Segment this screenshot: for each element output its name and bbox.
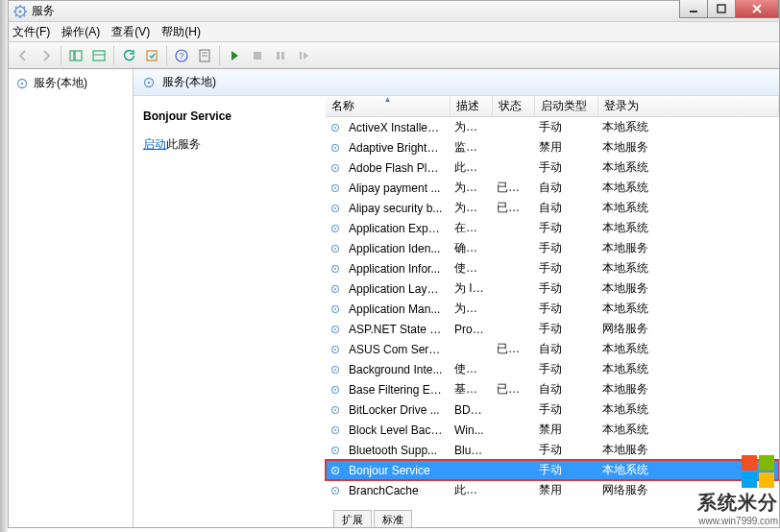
- toolbar-sep: [113, 46, 114, 65]
- main-header: 服务(本地): [134, 69, 779, 96]
- service-row[interactable]: Base Filtering En...基本...已启动自动本地服务: [326, 379, 779, 399]
- cell-name: Adaptive Brightn...: [343, 141, 449, 155]
- cell-logon: 本地服务: [597, 139, 779, 156]
- selected-service-name: Bonjour Service: [143, 109, 316, 123]
- view-tabs: 扩展 标准: [333, 510, 412, 527]
- cell-startup: 手动: [533, 119, 597, 135]
- titlebar[interactable]: 服务: [8, 0, 780, 21]
- start-service-button[interactable]: [224, 45, 245, 66]
- menu-help[interactable]: 帮助(H): [161, 24, 201, 40]
- gear-icon: [329, 203, 343, 214]
- service-row[interactable]: Background Inte...使用...手动本地系统: [326, 359, 779, 379]
- cell-startup: 手动: [533, 361, 597, 377]
- gear-icon: [329, 142, 343, 154]
- cell-desc: BDE...: [449, 403, 491, 417]
- svg-point-1: [19, 10, 22, 12]
- svg-point-29: [334, 186, 336, 188]
- col-logon[interactable]: 登录为: [598, 96, 779, 116]
- gear-icon: [141, 75, 157, 90]
- cell-logon: 本地系统: [597, 361, 779, 377]
- services-window: 服务 文件(F) 操作(A) 查看(V) 帮助(H) ?: [8, 0, 780, 528]
- cell-name: Adobe Flash Pla...: [343, 161, 449, 175]
- svg-point-19: [21, 82, 24, 85]
- cell-startup: 手动: [533, 462, 597, 478]
- service-row[interactable]: Application Iden...确定...手动本地服务: [326, 238, 779, 258]
- nav-item-services-local[interactable]: 服务(本地): [12, 73, 129, 93]
- refresh-button[interactable]: [118, 45, 139, 66]
- cell-startup: 手动: [533, 301, 597, 317]
- col-status[interactable]: 状态: [493, 96, 535, 116]
- close-button[interactable]: [735, 0, 779, 18]
- cell-logon: 本地服务: [597, 280, 779, 297]
- svg-rect-17: [300, 52, 302, 60]
- cell-name: Application Man...: [343, 302, 449, 316]
- cell-startup: 自动: [533, 381, 597, 398]
- cell-startup: 手动: [533, 442, 597, 458]
- service-row[interactable]: Application Man...为通...手动本地系统: [326, 299, 779, 319]
- start-service-link[interactable]: 启动: [143, 137, 166, 151]
- show-hide-action-button[interactable]: [88, 45, 110, 66]
- menu-action[interactable]: 操作(A): [61, 24, 100, 40]
- gear-icon: [329, 303, 343, 315]
- tab-extended[interactable]: 扩展: [333, 510, 372, 527]
- cell-startup: 自动: [533, 200, 597, 216]
- service-row[interactable]: Application Infor...使用...手动本地系统: [326, 258, 779, 278]
- service-row[interactable]: BranchCache此服...禁用网络服务: [326, 480, 779, 500]
- col-desc[interactable]: 描述: [451, 96, 493, 116]
- menu-file[interactable]: 文件(F): [12, 24, 50, 40]
- col-name[interactable]: 名称▲: [326, 96, 451, 116]
- toolbar: ?: [8, 42, 780, 69]
- col-startup[interactable]: 启动类型: [535, 96, 598, 116]
- service-row[interactable]: Application Laye...为 In...手动本地服务: [326, 278, 779, 299]
- gear-icon: [329, 122, 343, 133]
- forward-button: [36, 45, 57, 66]
- cell-logon: 本地系统: [597, 119, 779, 135]
- maximize-button[interactable]: [707, 0, 736, 18]
- gear-icon: [329, 182, 343, 194]
- cell-logon: 本地系统: [597, 422, 779, 438]
- cell-name: ActiveX Installer ...: [343, 121, 449, 134]
- service-row[interactable]: BitLocker Drive ...BDE...手动本地系统: [326, 399, 779, 420]
- service-list[interactable]: 名称▲ 描述 状态 启动类型 登录为 ActiveX Installer ...…: [326, 96, 779, 527]
- cell-logon: 本地系统: [597, 341, 779, 357]
- cell-desc: 此服...: [449, 159, 491, 176]
- export-button[interactable]: [141, 45, 162, 66]
- svg-point-21: [148, 81, 151, 84]
- service-row[interactable]: ASP.NET State S...Prov...手动网络服务: [326, 319, 779, 339]
- cell-logon: 本地系统: [597, 301, 779, 317]
- service-row[interactable]: Alipay payment ...为支...已启动自动本地系统: [326, 178, 779, 198]
- service-row[interactable]: Adobe Flash Pla...此服...手动本地系统: [326, 157, 779, 178]
- cell-status: 已启动: [491, 180, 533, 196]
- gear-icon: [14, 76, 30, 91]
- service-row[interactable]: Alipay security b...为支...已启动自动本地系统: [326, 198, 779, 218]
- cell-startup: 自动: [533, 341, 597, 357]
- service-row[interactable]: Adaptive Brightn...监视...禁用本地服务: [326, 137, 779, 157]
- nav-tree[interactable]: 服务(本地): [9, 69, 134, 527]
- cell-name: Base Filtering En...: [343, 383, 449, 397]
- help-button[interactable]: ?: [171, 45, 192, 66]
- svg-point-47: [334, 368, 336, 370]
- minimize-button[interactable]: [679, 0, 708, 18]
- properties-button[interactable]: [194, 45, 215, 66]
- cell-desc: 基本...: [449, 381, 491, 398]
- service-row[interactable]: Bluetooth Supp...Blue...手动本地服务: [326, 440, 779, 460]
- cell-desc: Win...: [449, 423, 491, 437]
- service-row[interactable]: Application Expe...在应...手动本地系统: [326, 218, 779, 238]
- menu-view[interactable]: 查看(V): [111, 24, 150, 40]
- gear-icon: [329, 263, 343, 275]
- service-row[interactable]: Block Level Back...Win...禁用本地系统: [326, 420, 779, 440]
- service-row[interactable]: Bonjour Service手动本地系统: [326, 460, 779, 480]
- cell-name: BitLocker Drive ...: [343, 403, 449, 417]
- svg-rect-14: [254, 52, 261, 60]
- action-suffix: 此服务: [166, 137, 201, 151]
- show-hide-tree-button[interactable]: [65, 45, 86, 66]
- cell-logon: 本地系统: [597, 180, 779, 196]
- cell-name: Alipay payment ...: [343, 181, 449, 195]
- svg-rect-16: [281, 52, 284, 60]
- tab-standard[interactable]: 标准: [374, 510, 412, 527]
- service-row[interactable]: ActiveX Installer ...为从 ...手动本地系统: [326, 117, 779, 137]
- pause-service-button: [270, 45, 291, 66]
- gear-icon: [329, 445, 343, 456]
- service-row[interactable]: ASUS Com Servi...已启动自动本地系统: [326, 339, 779, 359]
- cell-status: 已启动: [491, 381, 533, 398]
